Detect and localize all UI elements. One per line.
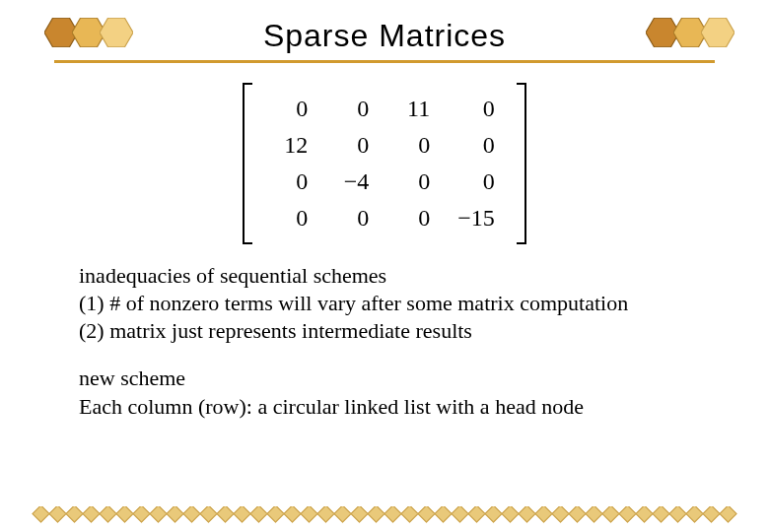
diamond-icon: [652, 506, 669, 523]
matrix-cell: 0: [321, 91, 383, 127]
diamond-icon: [32, 506, 49, 523]
matrix-cell: 0: [260, 91, 321, 127]
diamond-icon: [166, 506, 183, 523]
text-line: (1) # of nonzero terms will vary after s…: [79, 291, 628, 315]
svg-marker-5: [701, 18, 734, 46]
matrix-cell: 0: [444, 127, 509, 164]
matrix-cell: 0: [260, 200, 321, 236]
diamond-icon: [467, 506, 485, 523]
matrix-container: 0 0 11 0 12 0 0 0 0 −4 0 0 0 0 0 −15: [0, 83, 769, 244]
diamond-icon: [216, 506, 234, 523]
diamond-icon: [367, 506, 384, 523]
diamond-icon: [199, 506, 217, 523]
paragraph-newscheme: new scheme Each column (row): a circular…: [79, 365, 690, 420]
decorative-diamond-row: [0, 506, 769, 524]
diamond-icon: [316, 506, 334, 523]
text-line: inadequacies of sequential schemes: [79, 263, 386, 288]
diamond-icon: [266, 506, 284, 523]
diamond-icon: [719, 506, 736, 523]
matrix-cell: 0: [321, 127, 383, 164]
decorative-hex-left: [44, 18, 123, 47]
sparse-matrix: 0 0 11 0 12 0 0 0 0 −4 0 0 0 0 0 −15: [243, 83, 526, 244]
matrix-cell: 0: [444, 91, 509, 127]
diamond-icon: [182, 506, 200, 523]
diamond-icon: [451, 506, 468, 523]
diamond-icon: [551, 506, 569, 523]
page-title: Sparse Matrices: [263, 18, 506, 54]
matrix-cell: −15: [444, 200, 509, 236]
diamond-icon: [48, 506, 66, 523]
matrix-cell: −4: [321, 164, 383, 200]
diamond-icon: [501, 506, 519, 523]
matrix-cell: 0: [260, 164, 321, 200]
diamond-icon: [601, 506, 619, 523]
diamond-icon: [400, 506, 418, 523]
svg-marker-2: [100, 18, 133, 46]
diamond-icon: [518, 506, 535, 523]
paragraph-inadequacies: inadequacies of sequential schemes (1) #…: [79, 262, 690, 345]
diamond-icon: [635, 506, 653, 523]
diamond-icon: [534, 506, 552, 523]
matrix-cell: 0: [383, 200, 444, 236]
diamond-icon: [249, 506, 267, 523]
header: Sparse Matrices: [54, 0, 715, 63]
diamond-icon: [300, 506, 317, 523]
diamond-icon: [417, 506, 435, 523]
diamond-icon: [65, 506, 83, 523]
diamond-icon: [702, 506, 720, 523]
diamond-icon: [115, 506, 133, 523]
hexagon-icon: [701, 18, 734, 47]
decorative-hex-right: [646, 18, 725, 47]
diamond-icon: [233, 506, 250, 523]
matrix-cell: 0: [383, 127, 444, 164]
diamond-icon: [434, 506, 452, 523]
diamond-icon: [484, 506, 502, 523]
diamond-icon: [283, 506, 301, 523]
hexagon-icon: [100, 18, 133, 47]
diamond-icon: [384, 506, 401, 523]
text-line: (2) matrix just represents intermediate …: [79, 318, 472, 343]
text-line: new scheme: [79, 366, 185, 390]
matrix-cell: 0: [444, 164, 509, 200]
diamond-icon: [132, 506, 150, 523]
diamond-icon: [149, 506, 167, 523]
text-line: Each column (row): a circular linked lis…: [79, 394, 584, 419]
diamond-icon: [618, 506, 636, 523]
matrix-cell: 0: [321, 200, 383, 236]
matrix-cell: 12: [260, 127, 321, 164]
body-text: inadequacies of sequential schemes (1) #…: [79, 262, 690, 421]
matrix-cell: 0: [383, 164, 444, 200]
diamond-icon: [585, 506, 602, 523]
matrix-cell: 11: [383, 91, 444, 127]
diamond-icon: [333, 506, 351, 523]
diamond-icon: [568, 506, 586, 523]
diamond-icon: [99, 506, 116, 523]
diamond-icon: [350, 506, 368, 523]
diamond-icon: [82, 506, 100, 523]
diamond-icon: [685, 506, 703, 523]
diamond-icon: [668, 506, 686, 523]
